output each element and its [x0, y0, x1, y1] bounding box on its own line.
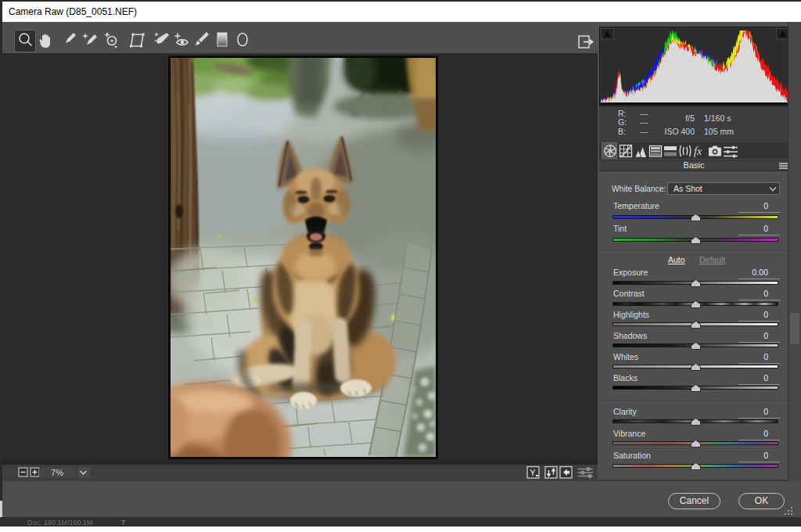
svg-text:Y: Y	[530, 468, 536, 477]
svg-text:7%: 7%	[51, 468, 63, 477]
svg-text:fx: fx	[694, 146, 702, 157]
